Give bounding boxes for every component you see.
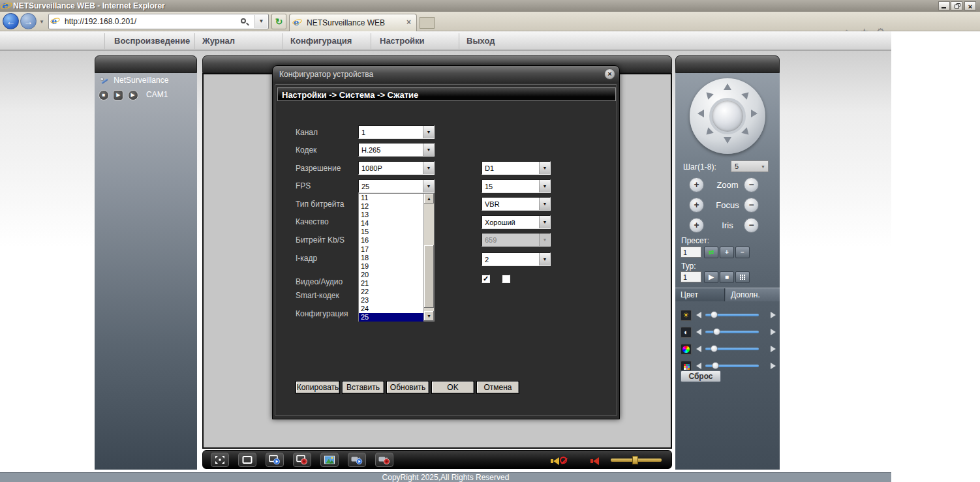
- ptz-down-right-arrow[interactable]: [741, 127, 752, 138]
- new-tab-button[interactable]: [420, 17, 435, 29]
- preset-input[interactable]: 1: [681, 247, 701, 258]
- iris-open-button[interactable]: +: [689, 218, 704, 233]
- fps-option[interactable]: 17: [359, 245, 423, 254]
- fps-option[interactable]: 11: [359, 194, 423, 202]
- camera-play-button[interactable]: [348, 453, 366, 467]
- slider-left-arrow[interactable]: [696, 346, 701, 352]
- ptz-right-arrow[interactable]: [751, 110, 758, 117]
- zoom-in-button[interactable]: +: [689, 177, 704, 192]
- stop-stream-icon[interactable]: ■: [99, 90, 109, 100]
- camera-row[interactable]: ■ ▶ ▶ CAM1: [99, 90, 168, 102]
- chevron-down-icon[interactable]: ▼: [423, 143, 434, 156]
- fps-option[interactable]: 20: [359, 271, 423, 279]
- fps-option[interactable]: 12: [359, 202, 423, 211]
- forward-button[interactable]: →: [20, 13, 37, 29]
- slider-thumb[interactable]: [711, 311, 718, 318]
- preset-add-button[interactable]: +: [720, 247, 734, 258]
- slider-left-arrow[interactable]: [696, 312, 701, 318]
- slider-right-arrow[interactable]: [771, 346, 776, 352]
- fps-option[interactable]: 23: [359, 296, 423, 305]
- mute-button[interactable]: [553, 456, 569, 466]
- slider-thumb[interactable]: [711, 345, 718, 352]
- tour-grid-button[interactable]: [735, 271, 750, 283]
- dialog-title-bar[interactable]: Конфигуратор устройства ×: [273, 66, 619, 83]
- url-text[interactable]: http://192.168.0.201/: [65, 17, 136, 26]
- chevron-down-icon[interactable]: ▼: [539, 162, 550, 174]
- play-main-stream-icon[interactable]: ▶: [113, 90, 123, 100]
- focus-in-button[interactable]: +: [689, 198, 704, 213]
- hue-slider[interactable]: [705, 365, 759, 367]
- browser-tab[interactable]: e NETSurveillance WEB ×: [289, 14, 417, 31]
- focus-out-button[interactable]: −: [744, 198, 759, 213]
- ptz-up-right-arrow[interactable]: [741, 89, 752, 100]
- preset-delete-button[interactable]: −: [735, 247, 750, 258]
- fps-option-selected[interactable]: 25: [359, 313, 423, 322]
- scrollbar-thumb[interactable]: [424, 245, 434, 308]
- minimize-button[interactable]: [938, 1, 950, 10]
- brightness-slider[interactable]: [705, 314, 759, 316]
- menu-item-log[interactable]: Журнал: [202, 36, 235, 46]
- tour-stop-button[interactable]: ■: [720, 271, 734, 283]
- ptz-center-ball[interactable]: [709, 98, 746, 134]
- slider-left-arrow[interactable]: [696, 329, 701, 335]
- fps-option[interactable]: 18: [359, 254, 423, 262]
- fps-option[interactable]: 24: [359, 305, 423, 313]
- ptz-up-left-arrow[interactable]: [703, 89, 714, 100]
- scroll-down-button[interactable]: ▼: [424, 311, 434, 321]
- dialog-close-button[interactable]: ×: [604, 68, 615, 80]
- refresh-button[interactable]: Обновить: [386, 381, 429, 394]
- address-dropdown-button[interactable]: ▼: [254, 15, 268, 28]
- bitrate-type-select[interactable]: VBR ▼: [482, 197, 551, 211]
- quality-select[interactable]: Хороший ▼: [482, 215, 551, 229]
- chevron-down-icon[interactable]: ▼: [423, 180, 434, 192]
- contrast-slider[interactable]: [705, 331, 759, 333]
- single-window-button[interactable]: [238, 453, 256, 467]
- play-sub-stream-icon[interactable]: ▶: [128, 90, 138, 100]
- menu-item-exit[interactable]: Выход: [467, 36, 495, 46]
- chevron-down-icon[interactable]: ▼: [539, 216, 550, 228]
- chevron-down-icon[interactable]: ▼: [423, 162, 434, 174]
- saturation-slider[interactable]: [705, 348, 759, 350]
- snapshot-button[interactable]: [320, 453, 339, 467]
- volume-speaker-button[interactable]: [593, 456, 602, 466]
- ptz-left-arrow[interactable]: [697, 110, 704, 117]
- ptz-pad[interactable]: [690, 78, 765, 154]
- fps-select[interactable]: 25 ▼: [358, 179, 435, 193]
- preset-goto-button[interactable]: ⇄: [704, 247, 718, 258]
- ptz-up-arrow[interactable]: [724, 83, 731, 90]
- chevron-down-icon[interactable]: ▼: [539, 198, 550, 210]
- menu-item-settings[interactable]: Настройки: [380, 36, 425, 46]
- refresh-button[interactable]: ↻: [271, 14, 286, 29]
- iris-close-button[interactable]: −: [744, 218, 759, 233]
- cancel-button[interactable]: Отмена: [476, 381, 519, 394]
- history-dropdown-icon[interactable]: ▼: [39, 19, 44, 25]
- tab-advanced[interactable]: Дополн.: [726, 288, 780, 301]
- ptz-down-arrow[interactable]: [724, 137, 731, 143]
- slider-thumb[interactable]: [712, 362, 719, 369]
- fps-list-scrollbar[interactable]: ▲ ▼: [423, 194, 434, 321]
- chevron-down-icon[interactable]: ▼: [539, 253, 550, 265]
- menu-item-configuration[interactable]: Конфигурация: [290, 36, 352, 46]
- screen-play-button[interactable]: [266, 453, 284, 467]
- zoom-out-button[interactable]: −: [744, 177, 759, 192]
- resolution-select[interactable]: 1080P ▼: [358, 161, 435, 175]
- search-icon[interactable]: [241, 18, 246, 23]
- close-button[interactable]: ×: [964, 1, 976, 10]
- tour-play-button[interactable]: ▶: [704, 271, 718, 283]
- slider-right-arrow[interactable]: [771, 363, 776, 369]
- slider-left-arrow[interactable]: [696, 363, 701, 369]
- fullscreen-button[interactable]: [211, 453, 229, 467]
- fps-option[interactable]: 14: [359, 219, 423, 228]
- slider-right-arrow[interactable]: [771, 312, 776, 318]
- audio-checkbox-unchecked[interactable]: [502, 275, 510, 283]
- codec-select[interactable]: H.265 ▼: [358, 143, 435, 157]
- volume-slider-thumb[interactable]: [632, 456, 638, 464]
- channel-select[interactable]: 1 ▼: [358, 125, 435, 139]
- slider-thumb[interactable]: [713, 328, 720, 335]
- reset-button[interactable]: Сброс: [681, 370, 721, 382]
- fps-option[interactable]: 21: [359, 279, 423, 288]
- fps-option[interactable]: 16: [359, 236, 423, 245]
- tab-color[interactable]: Цвет: [675, 288, 725, 301]
- copy-button[interactable]: Копировать: [296, 381, 340, 394]
- slider-right-arrow[interactable]: [771, 329, 776, 335]
